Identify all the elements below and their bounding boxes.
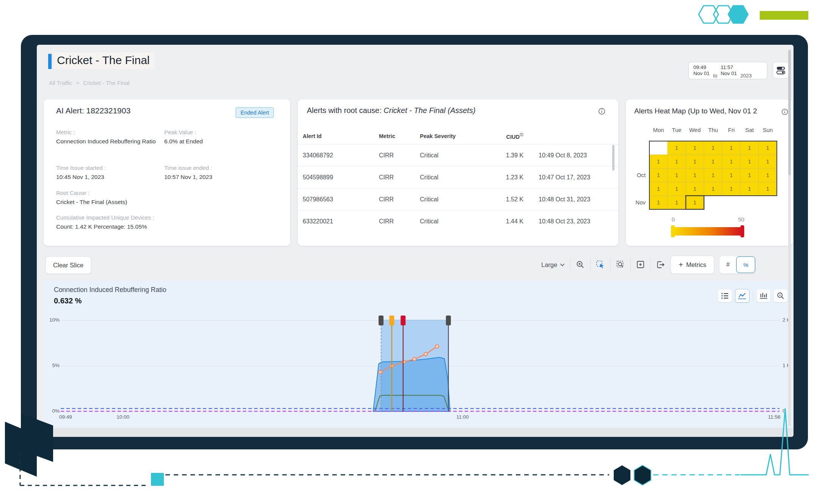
heatmap-day-label: Tue bbox=[672, 127, 681, 133]
info-icon[interactable] bbox=[598, 108, 605, 116]
heatmap-cell-value: 1 bbox=[712, 172, 715, 178]
cell-alert_id: 334068792 bbox=[303, 152, 379, 159]
root-cause-label: Root Cause : bbox=[56, 190, 90, 196]
heatmap-day-label: Mon bbox=[653, 127, 664, 133]
percent-toggle-button[interactable]: % bbox=[736, 256, 755, 273]
heatmap-cell-value: 1 bbox=[693, 186, 696, 192]
alerts-table-title: Alerts with root cause: Cricket - The Fi… bbox=[307, 106, 476, 115]
cell-metric: CIRR bbox=[379, 218, 420, 225]
ciud-info-icon bbox=[520, 132, 523, 138]
time-started-value: 10:45 Nov 1, 2023 bbox=[56, 173, 104, 181]
heatmap-cell-value: 1 bbox=[748, 172, 751, 178]
dashed-path-decoration bbox=[20, 452, 147, 485]
cell-ciud: 1.44 K bbox=[489, 218, 523, 225]
toolbar-divider bbox=[570, 258, 570, 271]
page-title: Cricket - The Final bbox=[54, 52, 154, 69]
window-scrollbar[interactable] bbox=[788, 49, 791, 426]
col-metric[interactable]: Metric bbox=[379, 133, 420, 139]
teal-square-decoration bbox=[151, 473, 164, 486]
col-peak-severity[interactable]: Peak Severity bbox=[420, 133, 489, 139]
export-icon[interactable] bbox=[656, 260, 665, 269]
trend-point[interactable] bbox=[402, 360, 405, 364]
cell-time_fired: 10:48 Oct 23, 2023 bbox=[523, 218, 618, 225]
size-selector[interactable]: Large bbox=[541, 261, 565, 268]
cell-time_fired: 10:48 Oct 31, 2023 bbox=[523, 196, 618, 203]
heatmap-svg: MonTueWedThuFriSatSun1111111111111111111… bbox=[626, 122, 793, 244]
heatmap-title: Alerts Heat Map (Up to Wed, Nov 01 2 bbox=[634, 107, 778, 115]
cell-alert_id: 633220021 bbox=[303, 218, 379, 225]
alert-peak-marker[interactable] bbox=[401, 316, 405, 325]
green-bar-decoration bbox=[760, 11, 808, 20]
col-alert-id[interactable]: Alert Id bbox=[303, 133, 379, 139]
time-ended-label: Time issue ended : bbox=[164, 165, 212, 171]
table-row[interactable]: 504598899CIRRCritical1.23 K10:47 Oct 17,… bbox=[298, 166, 618, 188]
select-region-icon[interactable] bbox=[596, 260, 605, 269]
breadcrumb-root[interactable]: All Traffic bbox=[49, 80, 72, 86]
alert-fired-marker[interactable] bbox=[389, 316, 394, 325]
table-row[interactable]: 507986563CIRRCritical1.52 K10:48 Oct 31,… bbox=[298, 188, 618, 210]
annotate-icon[interactable] bbox=[636, 260, 645, 269]
alerts-table-card: Alerts with root cause: Cricket - The Fi… bbox=[298, 99, 618, 246]
trend-point[interactable] bbox=[435, 345, 439, 348]
title-accent-bar bbox=[48, 54, 52, 69]
size-selector-label: Large bbox=[541, 261, 557, 268]
y-axis-tick-left: 5% bbox=[44, 363, 60, 368]
time-ended-value: 10:57 Nov 1, 2023 bbox=[164, 173, 212, 181]
table-row[interactable]: 334068792CIRRCritical1.39 K10:49 Oct 8, … bbox=[298, 144, 618, 166]
slice-start-handle[interactable] bbox=[379, 316, 383, 325]
peak-value-label: Peak Value : bbox=[164, 129, 196, 135]
chart-toolbar: Large + Metrics # % bbox=[541, 256, 755, 274]
table-row[interactable]: 633220021CIRRCritical1.44 K10:48 Oct 23,… bbox=[298, 210, 618, 232]
cell-peak_severity: Critical bbox=[420, 152, 489, 159]
laptop-frame: Cricket - The Final All Traffic > Cricke… bbox=[21, 35, 808, 449]
slice-end-handle[interactable] bbox=[446, 316, 451, 325]
breadcrumb-current: Cricket - The Final bbox=[83, 80, 129, 86]
alerts-table-header: Alert Id Metric Peak Severity CIUD bbox=[298, 128, 618, 144]
cell-ciud: 1.23 K bbox=[489, 174, 523, 181]
heatmap-cell-value: 1 bbox=[712, 159, 715, 165]
heatmap-cell-value: 1 bbox=[730, 186, 733, 192]
heatmap-cell-value: 1 bbox=[730, 145, 733, 151]
chart-plot-svg[interactable] bbox=[44, 281, 793, 428]
metric-value: Connection Induced Rebuffering Ratio bbox=[56, 137, 166, 145]
count-toggle-button[interactable]: # bbox=[720, 256, 736, 273]
heatmap-cell-value: 1 bbox=[693, 159, 696, 165]
plus-icon: + bbox=[679, 261, 683, 268]
toolbar-divider bbox=[590, 258, 591, 271]
heatmap-scale-min: 0 bbox=[672, 216, 675, 223]
dashboard-screen: Cricket - The Final All Traffic > Cricke… bbox=[37, 45, 794, 437]
trend-point[interactable] bbox=[424, 352, 427, 356]
clear-slice-button[interactable]: Clear Slice bbox=[46, 256, 91, 274]
heatmap-cell-value: 1 bbox=[712, 186, 715, 192]
trend-point[interactable] bbox=[413, 358, 416, 361]
zoom-in-icon[interactable] bbox=[576, 260, 585, 269]
heatmap-cell-value: 1 bbox=[748, 186, 751, 192]
unit-toggle: # % bbox=[720, 256, 755, 273]
date-range-picker[interactable]: 09:49 Nov 01 to 11:57 Nov 01 2023 bbox=[688, 62, 767, 79]
heatmap-cell-value: 1 bbox=[730, 172, 733, 178]
heatmap-cell-value: 1 bbox=[693, 172, 696, 178]
heatmap-day-label: Fri bbox=[728, 127, 735, 133]
breadcrumb-separator: > bbox=[76, 80, 79, 86]
alert-status-badge: Ended Alert bbox=[236, 107, 274, 118]
filter-toggle-button[interactable] bbox=[773, 62, 789, 79]
table-scrollbar[interactable] bbox=[612, 145, 614, 171]
trend-point[interactable] bbox=[379, 371, 382, 374]
heatmap-info-icon[interactable] bbox=[781, 108, 788, 117]
add-metrics-button[interactable]: + Metrics bbox=[671, 256, 714, 274]
cell-ciud: 1.39 K bbox=[489, 152, 523, 159]
heatmap-cell-value: 1 bbox=[675, 145, 678, 151]
col-ciud[interactable]: CIUD bbox=[489, 132, 523, 140]
heatmap-cell-value: 1 bbox=[766, 159, 769, 165]
date-range-year: 2023 bbox=[740, 73, 752, 79]
page: Cricket - The Final All Traffic > Cricke… bbox=[0, 0, 825, 504]
ciud-label: Cumulative Impacted Unique Devices : bbox=[56, 214, 154, 221]
x-axis-tick: 11:56 bbox=[768, 414, 781, 420]
toolbar-divider bbox=[630, 258, 631, 271]
metrics-label: Metrics bbox=[686, 261, 706, 268]
zoom-region-icon[interactable] bbox=[616, 260, 625, 269]
cell-alert_id: 507986563 bbox=[303, 196, 379, 203]
heatmap-day-label: Thu bbox=[708, 127, 718, 133]
date-range-to: to bbox=[713, 73, 717, 79]
hexagon-decoration bbox=[634, 465, 651, 485]
